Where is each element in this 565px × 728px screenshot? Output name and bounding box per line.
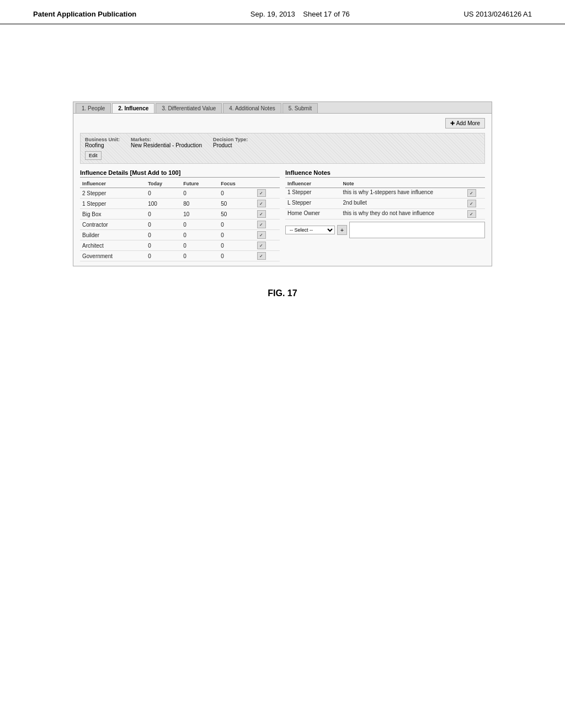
patent-right-text: US 2013/0246126 A1 xyxy=(463,10,532,18)
edit-cell: ✓ xyxy=(255,230,280,240)
tab-additional-notes[interactable]: 4. Additional Notes xyxy=(223,103,281,113)
row-edit-button[interactable]: ✓ xyxy=(257,242,266,249)
influencer-cell: Big Box xyxy=(80,209,146,220)
focus-cell: 0 xyxy=(218,188,254,199)
notes-table-row: L Stepper 2nd bullet ✓ xyxy=(285,199,485,209)
influence-details-title: Influence Details [Must Add to 100] xyxy=(80,169,280,178)
notes-table-row: Home Owner this is why they do not have … xyxy=(285,209,485,220)
influencer-cell: Builder xyxy=(80,230,146,240)
tab-diff-value[interactable]: 3. Differentiated Value xyxy=(156,103,222,113)
today-cell: 0 xyxy=(146,251,181,261)
col-today: Today xyxy=(146,180,181,188)
row-edit-button[interactable]: ✓ xyxy=(257,189,266,197)
today-cell: 0 xyxy=(146,240,181,251)
future-cell: 80 xyxy=(181,199,218,209)
edit-cell: ✓ xyxy=(255,220,280,230)
table-row: 2 Stepper 0 0 0 ✓ xyxy=(80,188,280,199)
add-note-button[interactable]: + xyxy=(337,225,347,235)
add-more-button[interactable]: ✚ Add More xyxy=(445,118,485,129)
influencer-cell: 2 Stepper xyxy=(80,188,146,199)
notes-table: Influencer Note 1 Stepper this is why 1-… xyxy=(285,180,485,220)
influencer-cell: Government xyxy=(80,251,146,261)
row-edit-button[interactable]: ✓ xyxy=(257,200,266,207)
future-cell: 0 xyxy=(181,240,218,251)
table-row: Architect 0 0 0 ✓ xyxy=(80,240,280,251)
edit-row: Edit xyxy=(85,150,480,160)
note-edit-button[interactable]: ✓ xyxy=(467,200,476,207)
note-text-cell: 2nd bullet xyxy=(341,199,465,209)
business-unit-label: Business Unit: xyxy=(85,137,120,142)
table-row: Government 0 0 0 ✓ xyxy=(80,251,280,261)
today-cell: 0 xyxy=(146,220,181,230)
note-text-cell: this is why 1-steppers have influence xyxy=(341,188,465,199)
future-cell: 0 xyxy=(181,230,218,240)
influence-notes-title: Influence Notes xyxy=(285,169,485,178)
notes-col-influencer: Influencer xyxy=(285,180,341,188)
edit-cell: ✓ xyxy=(255,188,280,199)
info-section: Business Unit: Roofing Markets: New Resi… xyxy=(80,133,485,164)
note-edit-cell: ✓ xyxy=(465,209,485,220)
notes-table-row: 1 Stepper this is why 1-steppers have in… xyxy=(285,188,485,199)
future-cell: 10 xyxy=(181,209,218,220)
patent-header: Patent Application Publication Sep. 19, … xyxy=(0,0,565,24)
notes-col-note: Note xyxy=(341,180,465,188)
influence-details-col: Influence Details [Must Add to 100] Infl… xyxy=(80,169,280,261)
tab-people[interactable]: 1. People xyxy=(76,103,111,113)
business-unit-value: Roofing xyxy=(85,142,120,148)
influencer-select[interactable]: -- Select -- xyxy=(285,226,335,234)
row-edit-button[interactable]: ✓ xyxy=(257,231,266,239)
two-column-layout: Influence Details [Must Add to 100] Infl… xyxy=(80,169,485,261)
today-cell: 0 xyxy=(146,188,181,199)
edit-button[interactable]: Edit xyxy=(85,151,102,160)
select-row: -- Select -- + xyxy=(285,222,485,238)
influence-table-header: Influencer Today Future Focus xyxy=(80,180,280,188)
business-unit-field: Business Unit: Roofing xyxy=(85,137,120,148)
row-edit-button[interactable]: ✓ xyxy=(257,221,266,228)
edit-cell: ✓ xyxy=(255,240,280,251)
row-edit-button[interactable]: ✓ xyxy=(257,252,266,260)
focus-cell: 0 xyxy=(218,240,254,251)
table-row: Contractor 0 0 0 ✓ xyxy=(80,220,280,230)
note-edit-button[interactable]: ✓ xyxy=(467,210,476,218)
figure-caption: FIG. 17 xyxy=(268,288,297,298)
focus-cell: 50 xyxy=(218,209,254,220)
note-influencer-cell: Home Owner xyxy=(285,209,341,220)
note-influencer-cell: L Stepper xyxy=(285,199,341,209)
markets-field: Markets: New Residential - Production xyxy=(131,137,202,148)
decision-type-field: Decision Type: Product xyxy=(213,137,248,148)
focus-cell: 0 xyxy=(218,220,254,230)
col-influencer: Influencer xyxy=(80,180,146,188)
influencer-cell: Architect xyxy=(80,240,146,251)
col-action xyxy=(255,180,280,188)
future-cell: 0 xyxy=(181,188,218,199)
markets-label: Markets: xyxy=(131,137,202,142)
today-cell: 0 xyxy=(146,209,181,220)
col-focus: Focus xyxy=(218,180,254,188)
note-edit-cell: ✓ xyxy=(465,188,485,199)
info-row: Business Unit: Roofing Markets: New Resi… xyxy=(85,137,480,148)
add-more-icon: ✚ xyxy=(450,120,455,126)
future-cell: 0 xyxy=(181,220,218,230)
table-row: Big Box 0 10 50 ✓ xyxy=(80,209,280,220)
add-note-icon: + xyxy=(340,227,344,233)
col-future: Future xyxy=(181,180,218,188)
notes-table-header: Influencer Note xyxy=(285,180,485,188)
decision-type-label: Decision Type: xyxy=(213,137,248,142)
ui-screenshot: 1. People 2. Influence 3. Differentiated… xyxy=(73,101,492,266)
today-cell: 100 xyxy=(146,199,181,209)
focus-cell: 50 xyxy=(218,199,254,209)
note-edit-button[interactable]: ✓ xyxy=(467,189,476,197)
table-row: Builder 0 0 0 ✓ xyxy=(80,230,280,240)
table-row: 1 Stepper 100 80 50 ✓ xyxy=(80,199,280,209)
tab-submit[interactable]: 5. Submit xyxy=(282,103,318,113)
notes-col-action xyxy=(465,180,485,188)
decision-type-value: Product xyxy=(213,142,248,148)
add-more-label: Add More xyxy=(456,120,480,126)
influencer-cell: 1 Stepper xyxy=(80,199,146,209)
focus-cell: 0 xyxy=(218,230,254,240)
row-edit-button[interactable]: ✓ xyxy=(257,210,266,218)
edit-cell: ✓ xyxy=(255,199,280,209)
influence-table: Influencer Today Future Focus 2 Stepper … xyxy=(80,180,280,261)
influence-notes-col: Influence Notes Influencer Note 1 Steppe… xyxy=(285,169,485,261)
tab-influence[interactable]: 2. Influence xyxy=(112,103,154,113)
